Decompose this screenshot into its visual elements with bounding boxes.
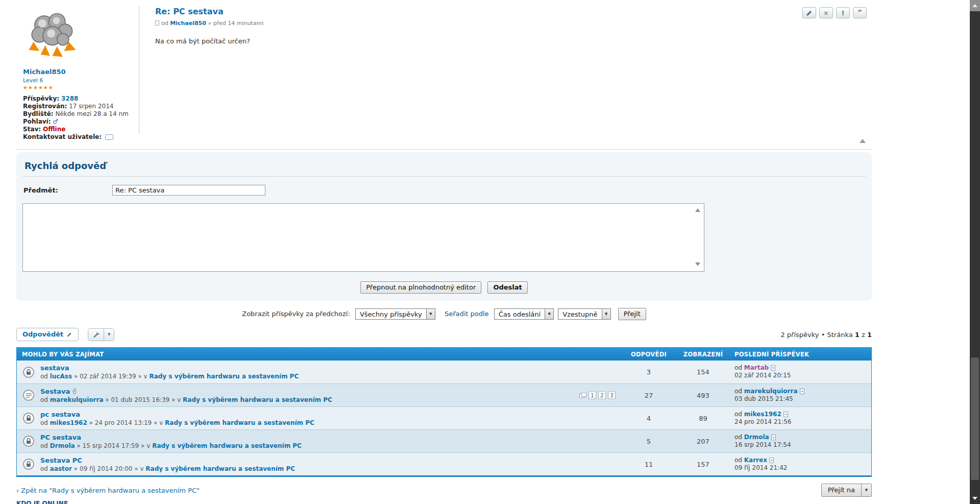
- last-post-date: 09 říj 2014 21:42: [734, 464, 787, 471]
- message-textarea[interactable]: [22, 203, 704, 272]
- edit-button[interactable]: [802, 7, 816, 18]
- topic-title-link[interactable]: pc sestava: [40, 411, 617, 418]
- post-tool-buttons: × ! ”: [802, 7, 867, 18]
- scroll-to-top-icon[interactable]: [860, 139, 866, 143]
- quick-reply-buttons: Přepnout na plnohodnotný editor Odeslat: [22, 281, 866, 294]
- topic-author-link[interactable]: marekulquiorra: [50, 396, 104, 403]
- header-last-post: POSLEDNÍ PŘÍSPĚVEK: [730, 351, 871, 358]
- goto-last-post-icon[interactable]: [771, 435, 776, 440]
- replies-count: 5: [622, 430, 676, 452]
- last-post-date: 16 srp 2014 17:54: [734, 441, 791, 448]
- lock-icon: [23, 367, 34, 378]
- topic-tools-button[interactable]: ▼: [88, 328, 114, 341]
- post-author-link[interactable]: Michael850: [170, 20, 206, 27]
- mini-page-button[interactable]: 1: [589, 392, 596, 399]
- forum-page: Michael850 Level 6 ★★★★★★ Příspěvky: 328…: [0, 0, 980, 504]
- topic-row: sestava od lucAss » 02 zář 2014 19:39 » …: [17, 361, 871, 383]
- post-text: Na co má být počítač určen?: [155, 37, 872, 45]
- quote-button[interactable]: ”: [853, 7, 867, 18]
- forum-link[interactable]: Rady s výběrem hardwaru a sestavením PC: [149, 373, 299, 380]
- textarea-scroll-up-icon[interactable]: [695, 208, 700, 212]
- quick-reply-panel: Rychlá odpověď Předmět: Přepnout na plno…: [16, 152, 872, 301]
- profile-username[interactable]: Michael850: [23, 68, 143, 76]
- actions-row: Odpovědět ▼ 2 příspěvky • Stránka 1 z 1: [16, 328, 872, 341]
- last-post-cell: od Drmola 16 srp 2014 17:54: [730, 430, 871, 452]
- textarea-scroll-down-icon[interactable]: [695, 262, 700, 266]
- last-post-author-link[interactable]: Karrex: [744, 457, 767, 464]
- delete-button[interactable]: ×: [819, 7, 833, 18]
- forum-link[interactable]: Rady s výběrem hardwaru a sestavením PC: [183, 396, 332, 403]
- topic-author-link[interactable]: mikes1962: [50, 419, 87, 426]
- header-interest: MOHLO BY VÁS ZAJÍMAT: [17, 351, 622, 358]
- pencil-icon: [806, 10, 813, 16]
- goto-last-post-icon[interactable]: [783, 412, 788, 417]
- status-badge: Offline: [43, 126, 65, 133]
- page-content: Michael850 Level 6 ★★★★★★ Příspěvky: 328…: [16, 0, 872, 504]
- goto-last-post-icon[interactable]: [800, 389, 804, 394]
- browser-scrollbar[interactable]: [970, 0, 980, 504]
- sort-select[interactable]: Čas odeslání ▼: [494, 308, 554, 320]
- jump-to-button[interactable]: Přejít na ▼: [821, 484, 872, 497]
- reply-button[interactable]: Odpovědět: [16, 328, 79, 341]
- direction-select[interactable]: Vzestupně ▼: [558, 308, 610, 320]
- replies-count: 27: [622, 384, 676, 406]
- male-icon: ♂: [53, 118, 58, 125]
- last-post-cell: od mikes1962 24 pro 2014 21:56: [730, 407, 871, 429]
- profile-gender: Pohlaví: ♂: [23, 118, 143, 126]
- last-post-date: 03 dub 2015 21:45: [734, 395, 793, 402]
- views-count: 207: [676, 430, 730, 452]
- private-message-icon[interactable]: [105, 134, 113, 140]
- subject-input[interactable]: [112, 185, 265, 196]
- profile-registered: Registrován: 17 srpen 2014: [23, 103, 143, 110]
- replies-count: 11: [622, 453, 676, 475]
- goto-last-post-icon[interactable]: [771, 365, 775, 371]
- wrench-icon: [88, 329, 104, 341]
- display-select[interactable]: Všechny příspěvky ▼: [355, 308, 435, 320]
- topic-title-link[interactable]: sestava: [40, 364, 617, 372]
- forum-link[interactable]: Rady s výběrem hardwaru a sestavením PC: [165, 419, 314, 426]
- topic-author-link[interactable]: Drmola: [50, 442, 75, 449]
- topic-title-link[interactable]: PC sestava: [40, 434, 617, 441]
- chevron-down-icon: ▼: [426, 309, 435, 319]
- topic-author-link[interactable]: lucAss: [50, 373, 72, 380]
- submit-button[interactable]: Odeslat: [487, 281, 527, 294]
- quote-icon: ”: [857, 10, 862, 15]
- post-time: před 14 minutami: [213, 20, 264, 27]
- topic-title-link[interactable]: Sestava: [40, 388, 70, 395]
- report-icon: !: [842, 9, 845, 17]
- multipage-icon: [579, 393, 586, 398]
- last-post-author-link[interactable]: Martab: [744, 364, 769, 371]
- display-label: Zobrazit příspěvky za předchozí:: [242, 310, 350, 318]
- forum-link[interactable]: Rady s výběrem hardwaru a sestavením PC: [152, 442, 302, 449]
- last-post-cell: od marekulquiorra 03 dub 2015 21:45: [730, 384, 871, 406]
- goto-last-post-icon[interactable]: [769, 458, 774, 463]
- report-button[interactable]: !: [836, 7, 850, 18]
- scrollbar-down-arrow[interactable]: [970, 493, 980, 504]
- quick-reply-heading: Rychlá odpověď: [22, 158, 866, 177]
- mini-page-button[interactable]: 3: [608, 392, 616, 399]
- post-meta: od Michael850 » před 14 minutami: [155, 20, 872, 27]
- last-post-date: 02 zář 2014 20:15: [734, 372, 791, 379]
- header-replies: ODPOVĚDI: [622, 351, 676, 358]
- topic-author-link[interactable]: aastor: [50, 465, 72, 472]
- forum-link[interactable]: Rady s výběrem hardwaru a sestavením PC: [145, 465, 295, 472]
- post-title[interactable]: Re: PC sestava: [155, 7, 872, 16]
- full-editor-button[interactable]: Přepnout na plnohodnotný editor: [360, 281, 481, 294]
- post-body: Re: PC sestava od Michael850 » před 14 m…: [155, 0, 872, 45]
- actions-left: Odpovědět ▼: [16, 328, 114, 341]
- scrollbar-up-arrow[interactable]: [970, 0, 980, 11]
- back-to-forum-link[interactable]: ‹ Zpět na "Rady s výběrem hardwaru a ses…: [16, 487, 200, 494]
- last-post-author-link[interactable]: mikes1962: [744, 411, 781, 418]
- scrollbar-thumb[interactable]: [971, 357, 979, 480]
- subject-label: Předmět:: [22, 186, 112, 194]
- avatar[interactable]: [23, 8, 82, 63]
- last-post-author-link[interactable]: marekulquiorra: [744, 388, 798, 395]
- who-is-online-section: KDO JE ONLINE Uživatelé prohlížející si …: [16, 500, 872, 504]
- posts-count-link[interactable]: 3288: [61, 95, 78, 102]
- last-post-author-link[interactable]: Drmola: [744, 434, 769, 441]
- mini-page-button[interactable]: 2: [598, 392, 606, 399]
- table-header: MOHLO BY VÁS ZAJÍMAT ODPOVĚDI ZOBRAZENÍ …: [17, 348, 871, 361]
- topic-title-link[interactable]: Sestava PC: [40, 457, 617, 464]
- go-button[interactable]: Přejít: [618, 308, 646, 320]
- profile-status: Stav: Offline: [23, 126, 143, 133]
